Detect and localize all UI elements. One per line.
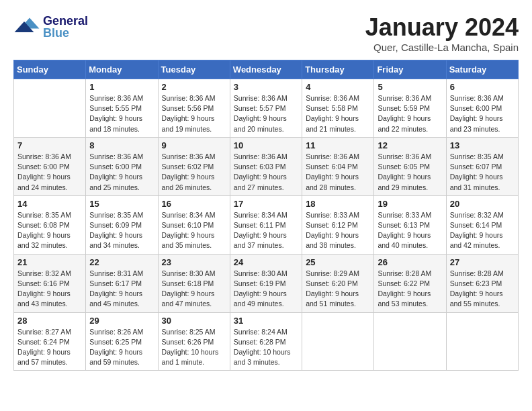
day-number: 19 xyxy=(378,199,442,209)
day-detail: Sunrise: 8:33 AMSunset: 6:12 PMDaylight:… xyxy=(306,210,370,251)
calendar-cell: 5Sunrise: 8:36 AMSunset: 5:59 PMDaylight… xyxy=(374,79,446,138)
calendar-cell: 27Sunrise: 8:28 AMSunset: 6:23 PMDayligh… xyxy=(446,254,518,312)
calendar-cell xyxy=(302,312,374,371)
calendar-cell: 21Sunrise: 8:32 AMSunset: 6:16 PMDayligh… xyxy=(14,254,86,312)
day-number: 23 xyxy=(162,257,226,267)
day-number: 9 xyxy=(162,140,226,150)
day-number: 26 xyxy=(378,257,442,267)
calendar-cell: 18Sunrise: 8:33 AMSunset: 6:12 PMDayligh… xyxy=(302,195,374,254)
day-detail: Sunrise: 8:36 AMSunset: 6:00 PMDaylight:… xyxy=(89,152,154,193)
calendar-cell: 17Sunrise: 8:34 AMSunset: 6:11 PMDayligh… xyxy=(230,195,302,254)
day-detail: Sunrise: 8:35 AMSunset: 6:09 PMDaylight:… xyxy=(89,210,154,251)
weekday-header: Thursday xyxy=(302,60,374,79)
calendar-week-row: 7Sunrise: 8:36 AMSunset: 6:00 PMDaylight… xyxy=(14,137,519,195)
day-detail: Sunrise: 8:26 AMSunset: 6:25 PMDaylight:… xyxy=(89,327,154,368)
day-detail: Sunrise: 8:30 AMSunset: 6:19 PMDaylight:… xyxy=(234,269,298,310)
day-detail: Sunrise: 8:36 AMSunset: 5:55 PMDaylight:… xyxy=(89,93,154,134)
logo-blue-text: Blue xyxy=(43,27,88,39)
calendar-cell xyxy=(374,312,446,371)
calendar-cell: 11Sunrise: 8:36 AMSunset: 6:04 PMDayligh… xyxy=(302,137,374,195)
logo: General Blue xyxy=(13,13,88,40)
day-detail: Sunrise: 8:36 AMSunset: 6:00 PMDaylight:… xyxy=(17,152,82,193)
day-detail: Sunrise: 8:36 AMSunset: 6:00 PMDaylight:… xyxy=(450,93,515,134)
day-number: 12 xyxy=(378,140,442,150)
day-number: 6 xyxy=(450,82,515,92)
day-number: 25 xyxy=(306,257,370,267)
location-text: Quer, Castille-La Mancha, Spain xyxy=(365,42,519,53)
calendar-cell: 29Sunrise: 8:26 AMSunset: 6:25 PMDayligh… xyxy=(86,312,158,371)
calendar-cell xyxy=(14,79,86,138)
calendar-cell: 3Sunrise: 8:36 AMSunset: 5:57 PMDaylight… xyxy=(230,79,302,138)
calendar-cell: 14Sunrise: 8:35 AMSunset: 6:08 PMDayligh… xyxy=(14,195,86,254)
title-block: January 2024 Quer, Castille-La Mancha, S… xyxy=(365,13,519,53)
logo-general-text: General xyxy=(43,15,88,27)
day-number: 4 xyxy=(306,82,370,92)
day-detail: Sunrise: 8:36 AMSunset: 6:04 PMDaylight:… xyxy=(306,152,370,193)
day-detail: Sunrise: 8:36 AMSunset: 6:03 PMDaylight:… xyxy=(234,152,298,193)
day-number: 7 xyxy=(17,140,82,150)
calendar-cell: 26Sunrise: 8:28 AMSunset: 6:22 PMDayligh… xyxy=(374,254,446,312)
day-number: 14 xyxy=(17,199,82,209)
day-number: 20 xyxy=(450,199,515,209)
calendar-cell: 16Sunrise: 8:34 AMSunset: 6:10 PMDayligh… xyxy=(158,195,230,254)
calendar-cell: 28Sunrise: 8:27 AMSunset: 6:24 PMDayligh… xyxy=(14,312,86,371)
calendar-cell xyxy=(446,312,518,371)
day-detail: Sunrise: 8:24 AMSunset: 6:28 PMDaylight:… xyxy=(234,327,298,368)
day-detail: Sunrise: 8:25 AMSunset: 6:26 PMDaylight:… xyxy=(162,327,226,368)
calendar-week-row: 21Sunrise: 8:32 AMSunset: 6:16 PMDayligh… xyxy=(14,254,519,312)
calendar-cell: 25Sunrise: 8:29 AMSunset: 6:20 PMDayligh… xyxy=(302,254,374,312)
day-detail: Sunrise: 8:34 AMSunset: 6:11 PMDaylight:… xyxy=(234,210,298,251)
calendar-cell: 23Sunrise: 8:30 AMSunset: 6:18 PMDayligh… xyxy=(158,254,230,312)
calendar-cell: 31Sunrise: 8:24 AMSunset: 6:28 PMDayligh… xyxy=(230,312,302,371)
calendar-cell: 9Sunrise: 8:36 AMSunset: 6:02 PMDaylight… xyxy=(158,137,230,195)
day-detail: Sunrise: 8:32 AMSunset: 6:16 PMDaylight:… xyxy=(17,269,82,310)
weekday-header: Saturday xyxy=(446,60,518,79)
calendar-cell: 22Sunrise: 8:31 AMSunset: 6:17 PMDayligh… xyxy=(86,254,158,312)
day-detail: Sunrise: 8:36 AMSunset: 5:56 PMDaylight:… xyxy=(162,93,226,134)
calendar-cell: 2Sunrise: 8:36 AMSunset: 5:56 PMDaylight… xyxy=(158,79,230,138)
day-detail: Sunrise: 8:36 AMSunset: 5:59 PMDaylight:… xyxy=(378,93,442,134)
day-detail: Sunrise: 8:36 AMSunset: 5:57 PMDaylight:… xyxy=(234,93,298,134)
calendar-cell: 12Sunrise: 8:36 AMSunset: 6:05 PMDayligh… xyxy=(374,137,446,195)
weekday-header: Tuesday xyxy=(158,60,230,79)
day-detail: Sunrise: 8:35 AMSunset: 6:07 PMDaylight:… xyxy=(450,152,515,193)
day-number: 13 xyxy=(450,140,515,150)
day-number: 16 xyxy=(162,199,226,209)
day-number: 1 xyxy=(89,82,154,92)
day-number: 28 xyxy=(17,316,82,326)
day-detail: Sunrise: 8:28 AMSunset: 6:22 PMDaylight:… xyxy=(378,269,442,310)
day-number: 29 xyxy=(89,316,154,326)
day-detail: Sunrise: 8:29 AMSunset: 6:20 PMDaylight:… xyxy=(306,269,370,310)
calendar-cell: 7Sunrise: 8:36 AMSunset: 6:00 PMDaylight… xyxy=(14,137,86,195)
calendar-cell: 1Sunrise: 8:36 AMSunset: 5:55 PMDaylight… xyxy=(86,79,158,138)
calendar-cell: 8Sunrise: 8:36 AMSunset: 6:00 PMDaylight… xyxy=(86,137,158,195)
page-header: General Blue January 2024 Quer, Castille… xyxy=(13,13,519,53)
calendar-table: SundayMondayTuesdayWednesdayThursdayFrid… xyxy=(13,60,519,371)
day-detail: Sunrise: 8:36 AMSunset: 6:05 PMDaylight:… xyxy=(378,152,442,193)
calendar-cell: 10Sunrise: 8:36 AMSunset: 6:03 PMDayligh… xyxy=(230,137,302,195)
calendar-week-row: 14Sunrise: 8:35 AMSunset: 6:08 PMDayligh… xyxy=(14,195,519,254)
day-number: 18 xyxy=(306,199,370,209)
day-number: 10 xyxy=(234,140,298,150)
calendar-cell: 24Sunrise: 8:30 AMSunset: 6:19 PMDayligh… xyxy=(230,254,302,312)
day-detail: Sunrise: 8:36 AMSunset: 6:02 PMDaylight:… xyxy=(162,152,226,193)
calendar-cell: 13Sunrise: 8:35 AMSunset: 6:07 PMDayligh… xyxy=(446,137,518,195)
day-number: 24 xyxy=(234,257,298,267)
day-number: 22 xyxy=(89,257,154,267)
weekday-header-row: SundayMondayTuesdayWednesdayThursdayFrid… xyxy=(14,60,519,79)
day-number: 11 xyxy=(306,140,370,150)
weekday-header: Sunday xyxy=(14,60,86,79)
day-number: 2 xyxy=(162,82,226,92)
day-detail: Sunrise: 8:32 AMSunset: 6:14 PMDaylight:… xyxy=(450,210,515,251)
day-detail: Sunrise: 8:36 AMSunset: 5:58 PMDaylight:… xyxy=(306,93,370,134)
calendar-cell: 19Sunrise: 8:33 AMSunset: 6:13 PMDayligh… xyxy=(374,195,446,254)
day-number: 30 xyxy=(162,316,226,326)
day-detail: Sunrise: 8:27 AMSunset: 6:24 PMDaylight:… xyxy=(17,327,82,368)
day-number: 5 xyxy=(378,82,442,92)
day-number: 21 xyxy=(17,257,82,267)
calendar-cell: 15Sunrise: 8:35 AMSunset: 6:09 PMDayligh… xyxy=(86,195,158,254)
day-number: 15 xyxy=(89,199,154,209)
day-detail: Sunrise: 8:34 AMSunset: 6:10 PMDaylight:… xyxy=(162,210,226,251)
day-number: 3 xyxy=(234,82,298,92)
calendar-cell: 20Sunrise: 8:32 AMSunset: 6:14 PMDayligh… xyxy=(446,195,518,254)
